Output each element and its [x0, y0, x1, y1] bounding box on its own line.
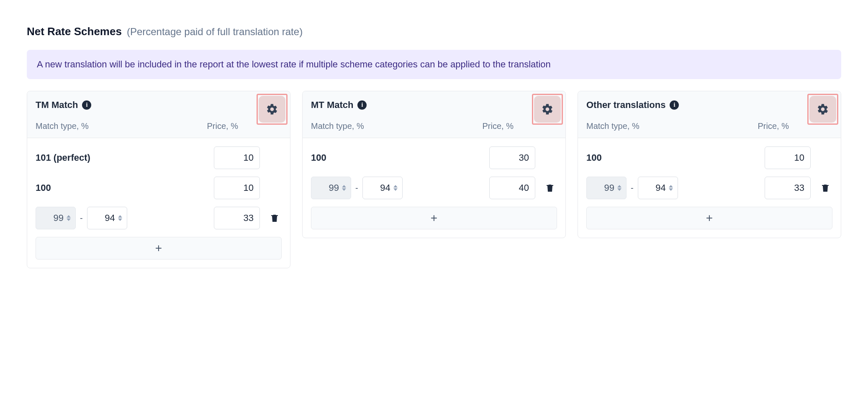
- gear-highlight-mt: [532, 94, 563, 125]
- info-icon[interactable]: i: [670, 100, 679, 110]
- card-header-mt: MT Match i Match type, % Price, %: [303, 91, 565, 138]
- mt-row-100-label: 100: [311, 152, 485, 163]
- cards-container: TM Match i Match type, % Price, % 101 (p…: [27, 91, 841, 268]
- col-match-type: Match type, %: [586, 121, 639, 131]
- spinner-icon[interactable]: [67, 215, 72, 221]
- card-header-tm: TM Match i Match type, % Price, %: [27, 91, 290, 138]
- spinner-icon[interactable]: [617, 185, 623, 191]
- page-subtitle: (Percentage paid of full translation rat…: [127, 26, 303, 38]
- card-title-tm: TM Match: [36, 100, 78, 110]
- info-banner: A new translation will be included in th…: [27, 50, 841, 79]
- tm-row-perfect-label: 101 (perfect): [36, 152, 210, 163]
- trash-icon: [270, 213, 280, 223]
- add-row-button-other[interactable]: +: [586, 207, 832, 229]
- spinner-icon[interactable]: [393, 185, 399, 191]
- trash-icon: [545, 183, 555, 193]
- card-header-other: Other translations i Match type, % Price…: [578, 91, 841, 138]
- spinner-icon[interactable]: [118, 215, 124, 221]
- add-row-button-tm[interactable]: +: [36, 237, 282, 259]
- card-other-translations: Other translations i Match type, % Price…: [578, 91, 841, 238]
- card-mt-match: MT Match i Match type, % Price, % 100: [302, 91, 566, 238]
- card-title-other: Other translations: [586, 100, 665, 110]
- add-row-button-mt[interactable]: +: [311, 207, 557, 229]
- trash-icon: [820, 183, 830, 193]
- dash: -: [631, 183, 634, 193]
- card-title-mt: MT Match: [311, 100, 353, 110]
- tm-range-price[interactable]: [214, 207, 260, 229]
- info-icon[interactable]: i: [82, 100, 91, 110]
- card-tm-match: TM Match i Match type, % Price, % 101 (p…: [27, 91, 290, 268]
- tm-row-perfect-price[interactable]: [214, 146, 260, 169]
- dash: -: [80, 213, 83, 223]
- info-icon[interactable]: i: [357, 100, 367, 110]
- mt-range-price[interactable]: [489, 177, 535, 199]
- gear-button-other[interactable]: [809, 96, 836, 123]
- tm-row-100-price[interactable]: [214, 177, 260, 199]
- gear-button-mt[interactable]: [534, 96, 561, 123]
- gear-icon: [541, 103, 554, 116]
- col-match-type: Match type, %: [311, 121, 364, 131]
- gear-icon: [817, 103, 829, 116]
- delete-row-button[interactable]: [267, 211, 282, 225]
- spinner-icon[interactable]: [342, 185, 348, 191]
- gear-icon: [266, 103, 278, 116]
- col-match-type: Match type, %: [36, 121, 89, 131]
- other-row-100-label: 100: [586, 152, 760, 163]
- spinner-icon[interactable]: [669, 185, 675, 191]
- delete-row-button[interactable]: [818, 181, 832, 195]
- page-header: Net Rate Schemes (Percentage paid of ful…: [27, 25, 841, 38]
- tm-row-100-label: 100: [36, 182, 210, 193]
- mt-row-100-price[interactable]: [489, 146, 535, 169]
- gear-button-tm[interactable]: [259, 96, 285, 123]
- dash: -: [355, 183, 358, 193]
- gear-highlight-tm: [257, 94, 288, 125]
- other-row-100-price[interactable]: [765, 146, 811, 169]
- other-range-price[interactable]: [765, 177, 811, 199]
- gear-highlight-other: [807, 94, 838, 125]
- delete-row-button[interactable]: [543, 181, 557, 195]
- page-title: Net Rate Schemes: [27, 25, 122, 38]
